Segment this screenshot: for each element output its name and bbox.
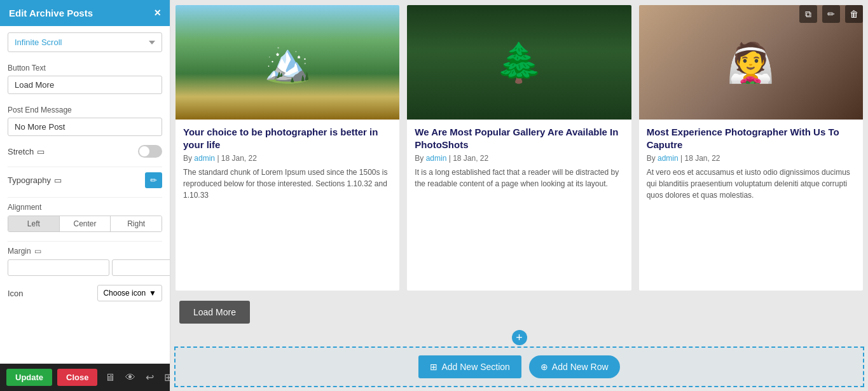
sitemap-icon[interactable]: ⊞ xyxy=(162,369,170,386)
typography-row: Typography ▭ ✏ xyxy=(8,172,162,188)
chevron-down-icon: ▼ xyxy=(149,289,156,298)
post-image-2 xyxy=(407,5,631,120)
post-excerpt-2: It is a long established fact that a rea… xyxy=(415,167,623,189)
margin-label: Margin ▭ xyxy=(8,247,162,256)
post-excerpt-1: The standard chunk of Lorem Ipsum used s… xyxy=(183,167,392,201)
post-title-2: We Are Most Popular Gallery Are Availabl… xyxy=(415,126,623,151)
margin-right-input[interactable] xyxy=(112,259,170,276)
post-content-1: Your choice to be photographer is better… xyxy=(176,120,399,291)
post-end-message-input[interactable] xyxy=(8,118,162,136)
align-center-button[interactable]: Center xyxy=(60,216,111,231)
delete-icon-button[interactable]: 🗑 xyxy=(845,5,863,23)
bottom-toolbar: Update Close 🖥 👁 ↩ ⊞ xyxy=(0,364,170,391)
post-image-1 xyxy=(176,5,399,120)
margin-top-input[interactable] xyxy=(8,259,109,276)
add-row-divider: + xyxy=(170,329,868,346)
scroll-type-dropdown[interactable]: Infinite ScrollPaginationLoad More xyxy=(8,32,162,52)
left-panel: Edit Archive Posts × Infinite ScrollPagi… xyxy=(0,0,170,391)
post-card-1: Your choice to be photographer is better… xyxy=(176,5,399,291)
typography-edit-button[interactable]: ✏ xyxy=(145,172,162,188)
plus-circle-icon: ⊕ xyxy=(541,362,548,372)
add-new-row-button[interactable]: ⊕ Add New Row xyxy=(529,355,620,378)
grid-icon: ⊞ xyxy=(430,362,437,372)
load-more-area: Load More xyxy=(170,296,868,329)
panel-body: Infinite ScrollPaginationLoad More Butto… xyxy=(0,26,170,364)
post-title-1: Your choice to be photographer is better… xyxy=(183,126,392,151)
close-button[interactable]: Close xyxy=(57,369,97,386)
align-right-button[interactable]: Right xyxy=(111,216,162,231)
post-content-3: Most Experience Photographer With Us To … xyxy=(639,120,863,291)
post-date-2: 18 Jan, 22 xyxy=(453,154,488,163)
post-excerpt-3: At vero eos et accusamus et iusto odio d… xyxy=(647,167,855,201)
right-content: ⧉ ✏ 🗑 Your choice to be photographer is … xyxy=(170,0,868,391)
by-label-2: By xyxy=(415,154,424,163)
panel-title: Edit Archive Posts xyxy=(9,8,93,18)
posts-grid: Your choice to be photographer is better… xyxy=(170,0,868,296)
icon-select-dropdown[interactable]: Choose icon ▼ xyxy=(97,285,162,301)
undo-icon[interactable]: ↩ xyxy=(143,369,156,386)
typography-label: Typography ▭ xyxy=(8,175,62,185)
duplicate-icon-button[interactable]: ⧉ xyxy=(799,5,817,23)
by-label-1: By xyxy=(183,154,192,163)
add-new-section-button[interactable]: ⊞ Add New Section xyxy=(418,355,521,378)
edit-icon-button[interactable]: ✏ xyxy=(822,5,840,23)
post-content-2: We Are Most Popular Gallery Are Availabl… xyxy=(407,120,631,291)
update-button[interactable]: Update xyxy=(6,369,52,386)
alignment-label: Alignment xyxy=(8,203,162,212)
panel-header: Edit Archive Posts × xyxy=(0,0,170,26)
icon-row: Icon Choose icon ▼ xyxy=(8,285,162,301)
alignment-buttons: Left Center Right xyxy=(8,216,162,232)
stretch-row: Stretch ▭ xyxy=(8,145,162,158)
post-author-3[interactable]: admin xyxy=(658,154,679,163)
post-author-2[interactable]: admin xyxy=(426,154,447,163)
desktop-icon[interactable]: 🖥 xyxy=(102,369,118,386)
monitor-icon-2: ▭ xyxy=(54,175,62,185)
icon-label: Icon xyxy=(8,289,24,298)
panel-close-button[interactable]: × xyxy=(154,6,161,20)
post-meta-1: By admin | 18 Jan, 22 xyxy=(183,154,392,163)
button-text-input[interactable] xyxy=(8,76,162,94)
divider-2 xyxy=(8,197,162,198)
post-date-3: 18 Jan, 22 xyxy=(685,154,720,163)
post-title-3: Most Experience Photographer With Us To … xyxy=(647,126,855,151)
post-author-1[interactable]: admin xyxy=(194,154,215,163)
stretch-toggle[interactable] xyxy=(138,145,162,158)
monitor-icon: ▭ xyxy=(37,147,45,156)
post-meta-3: By admin | 18 Jan, 22 xyxy=(647,154,855,163)
stretch-label: Stretch ▭ xyxy=(8,147,45,156)
icon-select-label: Choose icon xyxy=(103,289,146,298)
post-date-1: 18 Jan, 22 xyxy=(221,154,257,163)
add-row-plus-button[interactable]: + xyxy=(512,330,527,345)
top-icons: ⧉ ✏ 🗑 xyxy=(799,5,863,23)
post-end-message-label: Post End Message xyxy=(8,106,162,114)
bottom-actions: ⊞ Add New Section ⊕ Add New Row xyxy=(174,346,864,387)
post-card-3: Most Experience Photographer With Us To … xyxy=(639,5,863,291)
divider-3 xyxy=(8,241,162,242)
load-more-button[interactable]: Load More xyxy=(179,301,250,324)
post-meta-2: By admin | 18 Jan, 22 xyxy=(415,154,623,163)
by-label-3: By xyxy=(647,154,656,163)
post-card-2: We Are Most Popular Gallery Are Availabl… xyxy=(407,5,631,291)
margin-inputs: 🔗 xyxy=(8,259,162,276)
monitor-icon-3: ▭ xyxy=(34,247,41,256)
align-left-button[interactable]: Left xyxy=(8,216,60,231)
button-text-label: Button Text xyxy=(8,64,162,72)
divider-1 xyxy=(8,167,162,167)
eye-icon[interactable]: 👁 xyxy=(123,369,138,386)
